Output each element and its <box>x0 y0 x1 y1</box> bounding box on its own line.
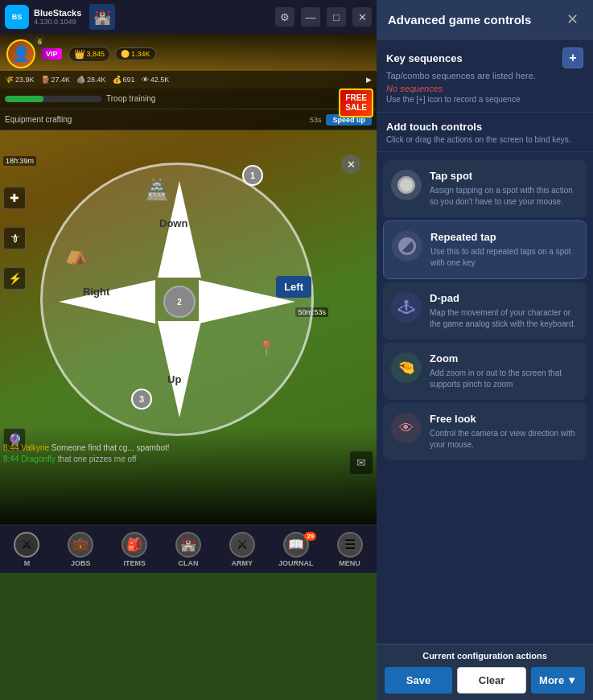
nav-item-menu[interactable]: ☰ MENU <box>323 532 377 567</box>
touch-controls-title: Add touch controls <box>386 121 583 133</box>
nav-label-journal: JOURNAL <box>278 559 314 567</box>
close-button[interactable]: ✕ <box>352 7 372 27</box>
repeated-tap-icon <box>398 237 416 255</box>
resource-gold: 🟡 1.34K <box>115 47 156 60</box>
dpad-card[interactable]: 🕹 D-pad Map the movement of your charact… <box>383 282 587 340</box>
zoom-icon: 🤏 <box>397 359 415 377</box>
res-gold-small: 💰 691 <box>113 76 135 84</box>
progress-area: Troop training Show Equipment crafting 5… <box>0 89 377 130</box>
repeated-tap-card[interactable]: Repeated tap Use this to add repeated ta… <box>383 220 587 279</box>
dpad-left-label: Left <box>284 281 303 293</box>
save-button[interactable]: Save <box>385 667 452 694</box>
nav-label-jobs: JOBS <box>71 559 91 567</box>
more-label: More <box>539 674 564 686</box>
use-plus-hint: Use the [+] icon to record a sequence <box>386 95 583 104</box>
repeated-tap-icon-area <box>392 231 422 261</box>
game-icon[interactable]: 🏰 <box>89 4 115 30</box>
no-sequences-label: No sequences <box>386 84 583 93</box>
hud-top: 👤 6 VIP 👑 3,845 🟡 1.34K <box>0 34 377 74</box>
tap-spot-icon-area <box>391 170 422 200</box>
dpad-up[interactable] <box>143 181 216 278</box>
freelook-icon: 👁 <box>399 420 414 437</box>
key-sequences-title-row: Key sequences + <box>386 47 583 68</box>
dpad-right-label: Right <box>83 286 109 298</box>
control-cards-list: Tap spot Assign tapping on a spot with t… <box>377 152 593 644</box>
nav-item-journal[interactable]: 29 📖 JOURNAL <box>269 532 323 567</box>
current-config-title: Current configuration actions <box>385 651 585 661</box>
freelook-card[interactable]: 👁 Free look Control the camera or view d… <box>383 403 587 460</box>
zoom-title: Zoom <box>430 352 579 364</box>
nav-label-items: ITEMS <box>123 559 146 567</box>
dpad-badge-3: 3 <box>131 389 152 410</box>
clear-button[interactable]: Clear <box>457 667 526 694</box>
dpad-icon-area: 🕹 <box>391 292 422 323</box>
overlay-close-button[interactable]: ✕ <box>341 154 360 174</box>
repeated-tap-desc: Use this to add repeated taps on a spot … <box>430 246 578 269</box>
res-mana: 👁 42.5K <box>142 76 170 84</box>
nav-icon-m: ⚔ <box>14 532 39 558</box>
rp-title: Advanced game controls <box>388 13 531 27</box>
side-icon-3[interactable]: ⚡ <box>3 267 26 290</box>
settings-button[interactable]: ⚙ <box>275 7 294 27</box>
tap-spot-icon <box>397 176 415 194</box>
freelook-icon-area: 👁 <box>391 413 422 443</box>
tap-spot-card[interactable]: Tap spot Assign tapping on a spot with t… <box>383 160 587 217</box>
dpad-icon: 🕹 <box>398 299 414 317</box>
add-sequence-button[interactable]: + <box>562 47 583 68</box>
minimize-button[interactable]: — <box>301 7 320 27</box>
key-sequences-title: Key sequences <box>386 52 463 64</box>
dpad-text: D-pad Map the movement of your character… <box>430 292 579 330</box>
dpad-left-arm[interactable] <box>59 266 155 338</box>
rp-close-button[interactable]: ✕ <box>562 10 582 29</box>
nav-icon-clan: 🏰 <box>175 532 201 558</box>
nav-icon-army: ⚔ <box>229 532 255 558</box>
bottom-nav: ⚔ M 💼 JOBS 🎒 ITEMS 🏰 CLAN ⚔ ARMY 29 📖 JO… <box>0 525 377 573</box>
equip-timer: 53s <box>310 116 322 124</box>
dpad-center: 2 <box>163 286 196 318</box>
nav-item-items[interactable]: 🎒 ITEMS <box>108 532 162 567</box>
bottom-hud <box>0 428 377 525</box>
nav-icon-jobs: 💼 <box>68 532 93 558</box>
zoom-desc: Add zoom in or out to the screen that su… <box>430 368 579 390</box>
resource-crown: 👑 3,845 <box>68 47 111 62</box>
add-icon: + <box>569 51 576 65</box>
nav-item-army[interactable]: ⚔ ARMY <box>215 532 269 567</box>
side-icon-2[interactable]: 🗡 <box>3 227 26 249</box>
free-sale-line2: SALE <box>345 103 367 113</box>
troop-training-label: Troop training <box>106 94 335 103</box>
nav-item-m[interactable]: ⚔ M <box>0 532 54 567</box>
tap-spot-text: Tap spot Assign tapping on a spot with t… <box>430 170 579 208</box>
game-area: 👤 6 VIP 👑 3,845 🟡 1.34K 🌾 23.9K 🪵 27.4K … <box>0 34 377 525</box>
res-stone: 🪨 28.4K <box>76 76 106 84</box>
equip-label: Equipment crafting <box>5 115 305 124</box>
app-version: 4.130.0.1049 <box>34 18 81 26</box>
resource-crown-value: 3,845 <box>87 50 105 58</box>
dpad-title: D-pad <box>430 292 579 304</box>
dpad-center-num: 2 <box>177 298 182 307</box>
right-panel: Advanced game controls ✕ Key sequences +… <box>377 0 593 700</box>
repeated-tap-title: Repeated tap <box>430 231 578 243</box>
resource-gold-value: 1.34K <box>131 50 150 58</box>
rp-header: Advanced game controls ✕ <box>377 0 593 39</box>
zoom-card[interactable]: 🤏 Zoom Add zoom in or out to the screen … <box>383 343 587 400</box>
dpad-circle[interactable]: Down Up Right Left 2 1 3 <box>40 163 314 436</box>
tap-spot-desc: Assign tapping on a spot with this actio… <box>430 185 579 208</box>
nav-item-clan[interactable]: 🏰 CLAN <box>162 532 216 567</box>
touch-controls-section: Add touch controls Click or drag the act… <box>377 113 593 152</box>
dpad-down-label: Down <box>159 217 187 229</box>
side-icon-1[interactable]: ✚ <box>3 187 26 209</box>
res-arrow[interactable]: ▶ <box>366 76 372 84</box>
freelook-text: Free look Control the camera or view dir… <box>430 413 579 451</box>
bottom-actions: Save Clear More ▼ <box>385 667 585 694</box>
nav-label-clan: CLAN <box>179 559 199 567</box>
more-button[interactable]: More ▼ <box>531 667 585 694</box>
level-badge: 6 <box>35 37 44 47</box>
troop-training-row: Troop training Show <box>0 89 377 109</box>
nav-item-jobs[interactable]: 💼 JOBS <box>54 532 108 567</box>
app-name: BlueStacks <box>34 8 81 18</box>
dpad-down[interactable] <box>143 321 216 418</box>
resource-bar: 👑 3,845 🟡 1.34K <box>68 47 156 62</box>
free-sale-badge[interactable]: FREE SALE <box>339 89 373 117</box>
dpad-overlay: Down Up Right Left 2 1 3 <box>40 163 314 436</box>
maximize-button[interactable]: □ <box>327 7 346 27</box>
